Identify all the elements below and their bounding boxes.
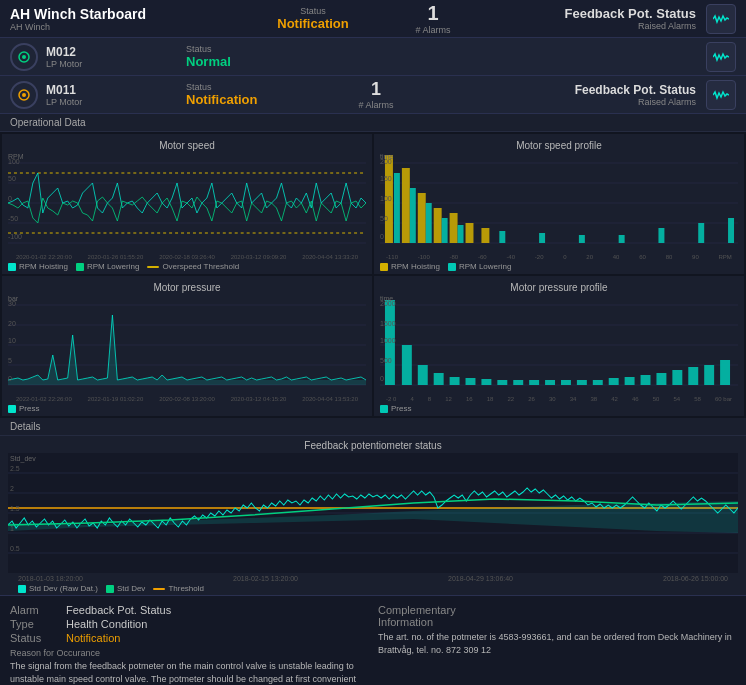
reason-text: The signal from the feedback potmeter on… bbox=[10, 660, 368, 685]
svg-rect-55 bbox=[529, 380, 539, 385]
svg-rect-53 bbox=[497, 380, 507, 385]
status-value-bottom: Notification bbox=[66, 632, 120, 644]
wave-button-2[interactable] bbox=[706, 42, 736, 72]
svg-marker-40 bbox=[8, 315, 366, 385]
motor-pressure-profile-chart: time 2000 1500 1000 500 0 bbox=[380, 295, 738, 395]
comp-title: Complementary Information bbox=[378, 604, 428, 628]
svg-rect-33 bbox=[698, 223, 704, 243]
svg-point-3 bbox=[22, 93, 26, 97]
motor-speed-profile-legend: RPM Hoisting RPM Lowering bbox=[380, 262, 738, 271]
status-key: Status bbox=[10, 632, 60, 644]
motor-pressure-profile-panel: Motor pressure profile bbox=[374, 276, 744, 416]
feedback-title: Feedback Pot. Status bbox=[473, 6, 696, 21]
svg-rect-19 bbox=[434, 208, 442, 243]
svg-rect-58 bbox=[577, 380, 587, 385]
svg-rect-28 bbox=[499, 231, 505, 243]
svg-rect-56 bbox=[545, 380, 555, 385]
device2-icon bbox=[10, 81, 38, 109]
type-key: Type bbox=[10, 618, 60, 630]
device1-status-label: Status bbox=[186, 44, 336, 54]
alarm-details: Alarm Feedback Pot. Status Type Health C… bbox=[10, 604, 368, 685]
details-section-label: Details bbox=[0, 418, 746, 436]
device2-alarms-count: 1 bbox=[336, 79, 416, 100]
operational-section-label: Operational Data bbox=[0, 114, 746, 132]
svg-rect-29 bbox=[539, 233, 545, 243]
svg-rect-60 bbox=[609, 378, 619, 385]
svg-point-1 bbox=[22, 55, 26, 59]
device2-status-value: Notification bbox=[186, 92, 336, 107]
feedback-status-title: Feedback potentiometer status bbox=[8, 440, 738, 451]
feedback-potentiometer-chart: Std_dev 2.5 2 1.5 1 0.5 bbox=[8, 453, 738, 573]
svg-rect-21 bbox=[466, 223, 474, 243]
complementary-info: Complementary Information The art. no. o… bbox=[378, 604, 736, 685]
device2-alarms-label: # Alarms bbox=[336, 100, 416, 110]
wave-button-3[interactable] bbox=[706, 80, 736, 110]
alarm-key: Alarm bbox=[10, 604, 60, 616]
feedback-legend: Std Dev (Raw Dat.) Std Dev Threshold bbox=[8, 584, 738, 593]
details-section: Feedback potentiometer status Std_dev 2.… bbox=[0, 436, 746, 595]
main-header: AH Winch Starboard AH Winch Status Notif… bbox=[0, 0, 746, 38]
svg-rect-54 bbox=[513, 380, 523, 385]
svg-rect-18 bbox=[418, 193, 426, 243]
svg-rect-51 bbox=[466, 378, 476, 385]
comp-text: The art. no. of the potmeter is 4583-993… bbox=[378, 631, 736, 656]
motor-pressure-panel: Motor pressure bar 30 20 10 5 0 2022-01-… bbox=[2, 276, 372, 416]
svg-rect-26 bbox=[442, 218, 448, 243]
device1-type: LP Motor bbox=[46, 59, 186, 69]
svg-rect-50 bbox=[450, 377, 460, 385]
wave-button-1[interactable] bbox=[706, 4, 736, 34]
motor-pressure-profile-legend: Press bbox=[380, 404, 738, 413]
svg-rect-59 bbox=[593, 380, 603, 385]
charts-grid: Motor speed RPM 100 50 0 -5 bbox=[0, 132, 746, 418]
bottom-info: Alarm Feedback Pot. Status Type Health C… bbox=[0, 595, 746, 685]
svg-rect-31 bbox=[619, 235, 625, 243]
motor-speed-profile-title: Motor speed profile bbox=[380, 140, 738, 151]
svg-rect-24 bbox=[410, 188, 416, 243]
svg-rect-57 bbox=[561, 380, 571, 385]
notification-label: Status bbox=[233, 6, 393, 16]
svg-rect-22 bbox=[481, 228, 489, 243]
alarm-value: Feedback Pot. Status bbox=[66, 604, 171, 616]
svg-rect-67 bbox=[720, 360, 730, 385]
notification-value: Notification bbox=[233, 16, 393, 31]
motor-speed-profile-chart: time 200 150 100 50 0 bbox=[380, 153, 738, 253]
svg-rect-65 bbox=[688, 367, 698, 385]
svg-rect-17 bbox=[402, 168, 410, 243]
device2-feedback-sub: Raised Alarms bbox=[416, 97, 696, 107]
motor-speed-title: Motor speed bbox=[8, 140, 366, 151]
svg-rect-52 bbox=[481, 379, 491, 385]
device2-feedback-title: Feedback Pot. Status bbox=[416, 83, 696, 97]
svg-rect-63 bbox=[656, 373, 666, 385]
alarms-label: # Alarms bbox=[393, 25, 473, 35]
device2-status-label: Status bbox=[186, 82, 336, 92]
svg-rect-48 bbox=[418, 365, 428, 385]
motor-pressure-profile-title: Motor pressure profile bbox=[380, 282, 738, 293]
svg-rect-27 bbox=[458, 225, 464, 243]
device1-icon bbox=[10, 43, 38, 71]
svg-rect-34 bbox=[728, 218, 734, 243]
svg-rect-66 bbox=[704, 365, 714, 385]
type-value: Health Condition bbox=[66, 618, 147, 630]
device1-id: M012 bbox=[46, 45, 186, 59]
svg-rect-49 bbox=[434, 373, 444, 385]
motor-speed-panel: Motor speed RPM 100 50 0 -5 bbox=[2, 134, 372, 274]
motor-speed-chart: RPM 100 50 0 -50 -100 bbox=[8, 153, 366, 253]
page-title: AH Winch Starboard bbox=[10, 6, 233, 22]
svg-rect-20 bbox=[450, 213, 458, 243]
svg-rect-47 bbox=[402, 345, 412, 385]
motor-pressure-legend: Press bbox=[8, 404, 366, 413]
motor-pressure-chart: bar 30 20 10 5 0 bbox=[8, 295, 366, 395]
reason-title: Reason for Occurance bbox=[10, 648, 368, 658]
device1-row: M012 LP Motor Status Normal bbox=[0, 38, 746, 76]
device1-status-value: Normal bbox=[186, 54, 336, 69]
svg-rect-32 bbox=[658, 228, 664, 243]
svg-rect-64 bbox=[672, 370, 682, 385]
motor-speed-legend: RPM Hoisting RPM Lowering Overspeed Thre… bbox=[8, 262, 366, 271]
page-subtitle: AH Winch bbox=[10, 22, 233, 32]
svg-rect-23 bbox=[394, 173, 400, 243]
feedback-sub: Raised Alarms bbox=[473, 21, 696, 31]
motor-pressure-title: Motor pressure bbox=[8, 282, 366, 293]
motor-speed-profile-panel: Motor speed profile bbox=[374, 134, 744, 274]
svg-rect-25 bbox=[426, 203, 432, 243]
svg-rect-61 bbox=[625, 377, 635, 385]
